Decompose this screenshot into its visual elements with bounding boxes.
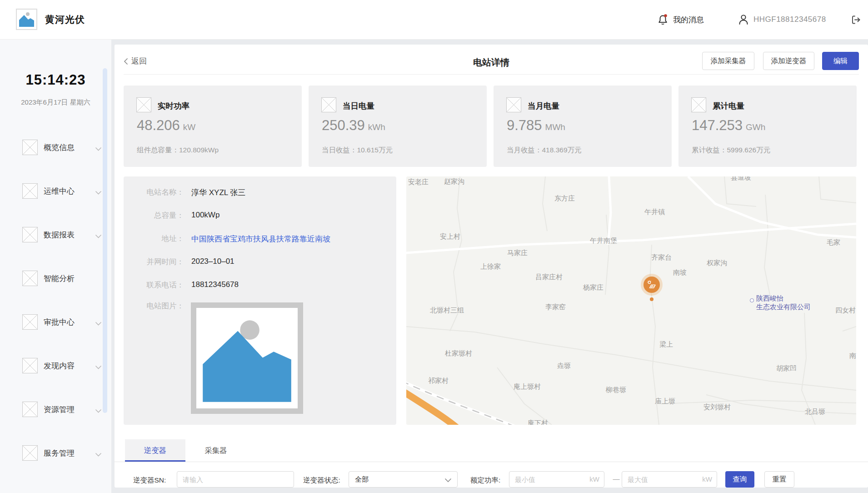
phone-label: 联系电话： (124, 280, 184, 290)
tab-inverter[interactable]: 逆变器 (125, 439, 185, 462)
sidebar-item-label: 概览信息 (44, 142, 75, 153)
map-place-label: 庙上塬 (655, 397, 675, 405)
stat-card-3: 当月电量9.785MWh当月收益：418.369万元 (494, 86, 672, 167)
placeholder-image-icon (22, 314, 38, 330)
stat-card-4: 累计电量147.253GWh累计收益：5999.626万元 (678, 86, 857, 167)
placeholder-image-icon (22, 445, 38, 461)
min-power-unit: kW (589, 475, 599, 483)
station-marker-icon[interactable] (644, 277, 660, 293)
stat-unit: kWh (368, 122, 385, 132)
sidebar-item-label: 服务管理 (44, 448, 75, 458)
map-poi-label: 陕西峻怡 生态农业有限公司 (756, 294, 811, 311)
sidebar: 15:14:23 2023年6月17日 星期六 概览信息运维中心数据报表智能分析… (0, 39, 111, 493)
placeholder-image-icon (691, 97, 706, 112)
active-tab-underline (125, 460, 185, 462)
poi-dot-icon (750, 298, 754, 302)
inverter-status-select[interactable]: 全部 (349, 471, 458, 488)
page-title: 电站详情 (115, 56, 868, 69)
map-place-label: 北吕塬 (805, 408, 825, 415)
capacity-value: 100kWp (191, 211, 219, 220)
map-place-label: 上徐家 (480, 263, 501, 270)
marker-anchor-dot (650, 297, 653, 301)
placeholder-image-icon (22, 227, 38, 242)
station-info-panel: 电站名称： 淳华 XYZL 张三 总容量： 100kWp 地址： 中国陕西省宝鸡… (124, 176, 396, 425)
stat-footer: 当日收益：10.615万元 (322, 146, 393, 155)
stat-value: 250.39kWh (322, 117, 385, 134)
inverter-sn-input[interactable] (177, 471, 294, 488)
messages-menu[interactable]: 我的消息 (657, 0, 704, 39)
add-collector-button[interactable]: 添加采集器 (702, 52, 754, 70)
inverter-sn-label: 逆变器SN: (133, 476, 166, 485)
main-content: 返回 电站详情 添加采集器 添加逆变器 编辑 实时功率48.206kW组件总容量… (111, 39, 868, 493)
app-header: 黄河光伏 我的消息 HHGF18812345678 (0, 0, 868, 40)
reset-button[interactable]: 重置 (764, 471, 794, 488)
add-inverter-button[interactable]: 添加逆变器 (763, 52, 814, 70)
placeholder-image-icon (22, 271, 38, 286)
user-account[interactable]: HHGF18812345678 (738, 0, 826, 39)
stat-title: 累计电量 (713, 101, 744, 111)
messages-label: 我的消息 (673, 15, 704, 25)
sidebar-item-8[interactable]: 服务管理 (0, 443, 111, 463)
sidebar-item-1[interactable]: 概览信息 (0, 137, 111, 157)
placeholder-image-icon (506, 97, 521, 112)
map-place-label: 县道坡 (731, 176, 751, 181)
map-place-label: 南坡 (673, 269, 687, 276)
sidebar-item-label: 审批中心 (44, 317, 75, 327)
sidebar-date: 2023年6月17日 星期六 (0, 98, 111, 107)
stat-value: 9.785MWh (507, 117, 565, 134)
status-selected-value: 全部 (355, 475, 369, 484)
stat-value: 147.253GWh (692, 117, 765, 134)
placeholder-image-icon (22, 183, 38, 199)
app-logo (16, 9, 37, 30)
logout-button[interactable] (851, 0, 861, 39)
chevron-down-icon (95, 407, 102, 415)
photo-label: 电站图片： (124, 301, 184, 311)
map-place-label: 庵下村 (528, 419, 548, 425)
map-place-label: 赵家沟 (444, 178, 464, 185)
address-link[interactable]: 中国陕西省宝鸡市扶风县扶常路靠近南坡 (191, 234, 330, 244)
edit-button[interactable]: 编辑 (822, 52, 859, 70)
sidebar-item-7[interactable]: 资源管理 (0, 399, 111, 419)
stat-unit: kW (183, 122, 195, 132)
inverter-status-label: 逆变器状态: (303, 476, 340, 485)
map-place-label: 梁上 (659, 341, 673, 348)
grid-date-value: 2023–10–01 (191, 257, 234, 266)
map-place-label: 安刘塬村 (703, 403, 731, 411)
photo-placeholder-icon (196, 308, 298, 408)
tab-collector[interactable]: 采集器 (185, 439, 246, 462)
map-place-label: 祁家村 (428, 377, 449, 384)
station-photo[interactable] (191, 302, 303, 414)
sidebar-item-4[interactable]: 智能分析 (0, 268, 111, 288)
stat-unit: GWh (746, 122, 765, 132)
sidebar-scrollbar[interactable] (103, 68, 107, 413)
max-power-unit: kW (702, 475, 712, 483)
stat-title: 当月电量 (528, 101, 559, 111)
rated-power-label: 额定功率: (470, 476, 500, 485)
stat-card-1: 实时功率48.206kW组件总容量：120.809kWp (124, 86, 302, 167)
sidebar-item-3[interactable]: 数据报表 (0, 225, 111, 245)
sidebar-item-label: 发现内容 (44, 361, 75, 371)
search-button[interactable]: 查询 (725, 471, 754, 488)
stat-title: 当日电量 (343, 101, 374, 111)
address-label: 地址： (124, 234, 184, 244)
sidebar-item-2[interactable]: 运维中心 (0, 181, 111, 201)
station-map[interactable]: 安老庄赵家沟县道坡东方庄午井镇安上村午井南堡毛家马家庄齐家台权家沟上徐家南坡吕家… (406, 176, 856, 425)
toolbar-divider (124, 74, 859, 75)
chevron-down-icon (95, 363, 102, 372)
sidebar-item-6[interactable]: 发现内容 (0, 356, 111, 376)
logo-mountain-icon (17, 10, 36, 29)
range-dash: — (611, 475, 622, 483)
sidebar-item-label: 智能分析 (44, 273, 75, 284)
sidebar-clock: 15:14:23 (0, 72, 111, 88)
station-name-label: 电站名称： (124, 187, 184, 197)
map-place-label: 东方庄 (554, 195, 575, 202)
user-id: HHGF18812345678 (753, 15, 826, 24)
map-place-label: 午井镇 (644, 208, 665, 216)
sidebar-item-5[interactable]: 审批中心 (0, 312, 111, 332)
stat-footer: 组件总容量：120.809kWp (137, 146, 219, 155)
map-place-label: 午井南堡 (590, 237, 617, 244)
map-place-label: 毛家 (827, 239, 840, 246)
map-place-label: 安上村 (440, 233, 460, 240)
sidebar-item-label: 资源管理 (44, 404, 75, 415)
placeholder-image-icon (321, 97, 336, 112)
